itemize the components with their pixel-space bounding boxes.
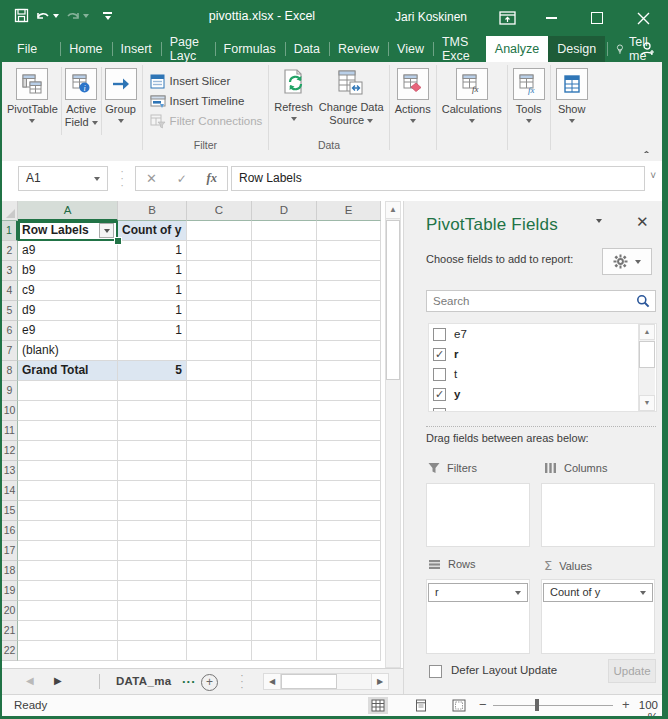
cell-A18[interactable] (18, 561, 118, 581)
cell-A16[interactable] (18, 521, 118, 541)
cell-A2[interactable]: a9 (18, 241, 118, 261)
row-header-22[interactable]: 22 (2, 641, 18, 661)
cell-B21[interactable] (118, 621, 187, 641)
column-header-d[interactable]: D (252, 201, 317, 221)
field-checkbox-e7[interactable] (433, 328, 446, 341)
cell-B13[interactable] (118, 461, 187, 481)
cell-C5[interactable] (187, 301, 252, 321)
cell-D7[interactable] (252, 341, 317, 361)
new-sheet-button[interactable]: + (201, 674, 218, 691)
column-header-e[interactable]: E (317, 201, 381, 221)
row-header-1[interactable]: 1 (2, 221, 18, 241)
zoom-level[interactable]: 100 % (630, 699, 658, 719)
tab-review[interactable]: Review (329, 36, 388, 62)
cell-C8[interactable] (187, 361, 252, 381)
tab-formulas[interactable]: Formulas (215, 36, 285, 62)
horizontal-scrollbar[interactable]: ◀ ▶ (263, 673, 389, 690)
cell-A13[interactable] (18, 461, 118, 481)
cell-C12[interactable] (187, 441, 252, 461)
cell-C2[interactable] (187, 241, 252, 261)
row-header-9[interactable]: 9 (2, 381, 18, 401)
cell-E21[interactable] (317, 621, 381, 641)
fill-handle[interactable] (114, 237, 122, 245)
row-header-10[interactable]: 10 (2, 401, 18, 421)
row-header-18[interactable]: 18 (2, 561, 18, 581)
cell-D9[interactable] (252, 381, 317, 401)
zoom-in-button[interactable]: + (622, 697, 630, 712)
column-header-c[interactable]: C (187, 201, 252, 221)
cell-A4[interactable]: c9 (18, 281, 118, 301)
vscroll-thumb[interactable] (386, 220, 400, 380)
scroll-left-icon[interactable]: ◀ (264, 674, 281, 689)
cell-E3[interactable] (317, 261, 381, 281)
zoom-slider-thumb[interactable] (535, 699, 539, 711)
pivottable-button[interactable]: PivotTable (4, 64, 61, 138)
field-scroll-up-icon[interactable]: ▲ (639, 324, 655, 340)
cell-C11[interactable] (187, 421, 252, 441)
cell-C3[interactable] (187, 261, 252, 281)
cell-B17[interactable] (118, 541, 187, 561)
refresh-button[interactable]: Refresh (271, 64, 316, 138)
rows-field-pill[interactable]: r (428, 583, 528, 602)
save-icon[interactable] (14, 8, 29, 23)
columns-area-box[interactable] (541, 483, 655, 547)
undo-button[interactable] (35, 9, 59, 23)
tab-data[interactable]: Data (285, 36, 329, 62)
cell-E8[interactable] (317, 361, 381, 381)
cell-E20[interactable] (317, 601, 381, 621)
cell-C16[interactable] (187, 521, 252, 541)
cell-D1[interactable] (252, 221, 317, 241)
formula-input[interactable]: Row Labels (231, 166, 645, 191)
cell-E6[interactable] (317, 321, 381, 341)
search-icon[interactable] (636, 294, 650, 312)
ribbon-display-options-button[interactable] (490, 0, 524, 36)
row-header-11[interactable]: 11 (2, 421, 18, 441)
zoom-slider-track[interactable] (493, 705, 613, 706)
row-labels-filter-button[interactable] (99, 223, 114, 238)
cell-E9[interactable] (317, 381, 381, 401)
tab-file[interactable]: File (2, 36, 52, 62)
minimize-button[interactable] (534, 0, 568, 36)
cell-A10[interactable] (18, 401, 118, 421)
name-box-caret-icon[interactable] (94, 177, 100, 200)
row-header-8[interactable]: 8 (2, 361, 18, 381)
cell-A9[interactable] (18, 381, 118, 401)
cell-A12[interactable] (18, 441, 118, 461)
pane-options-caret-icon[interactable] (596, 223, 602, 241)
row-header-2[interactable]: 2 (2, 241, 18, 261)
cell-E4[interactable] (317, 281, 381, 301)
cell-B7[interactable] (118, 341, 187, 361)
zoom-out-button[interactable]: − (479, 697, 487, 712)
cell-A8[interactable]: Grand Total (18, 361, 118, 381)
enter-icon[interactable]: ✓ (177, 172, 187, 186)
field-item-partial[interactable] (429, 404, 656, 412)
tab-insert[interactable]: Insert (112, 36, 161, 62)
field-checkbox-y[interactable]: ✓ (433, 388, 446, 401)
cell-E7[interactable] (317, 341, 381, 361)
cell-B10[interactable] (118, 401, 187, 421)
calculations-button[interactable]: fx Calculations (439, 64, 505, 138)
cell-E10[interactable] (317, 401, 381, 421)
row-header-6[interactable]: 6 (2, 321, 18, 341)
cell-D15[interactable] (252, 501, 317, 521)
close-button[interactable] (626, 0, 660, 36)
cell-E2[interactable] (317, 241, 381, 261)
cell-D11[interactable] (252, 421, 317, 441)
cell-E13[interactable] (317, 461, 381, 481)
cell-D20[interactable] (252, 601, 317, 621)
cell-B1[interactable]: Count of y (118, 221, 187, 241)
row-header-3[interactable]: 3 (2, 261, 18, 281)
expand-formula-bar-icon[interactable]: ˅ (650, 170, 656, 181)
cell-E18[interactable] (317, 561, 381, 581)
row-header-5[interactable]: 5 (2, 301, 18, 321)
sheet-tab-overflow[interactable]: ... (182, 671, 196, 686)
field-scroll-thumb[interactable] (639, 341, 655, 368)
cell-C19[interactable] (187, 581, 252, 601)
row-header-21[interactable]: 21 (2, 621, 18, 641)
cell-D17[interactable] (252, 541, 317, 561)
insert-function-icon[interactable]: fx (207, 171, 217, 186)
cell-D22[interactable] (252, 641, 317, 661)
cell-A15[interactable] (18, 501, 118, 521)
vertical-scrollbar[interactable]: ▲ (385, 201, 401, 668)
row-header-16[interactable]: 16 (2, 521, 18, 541)
